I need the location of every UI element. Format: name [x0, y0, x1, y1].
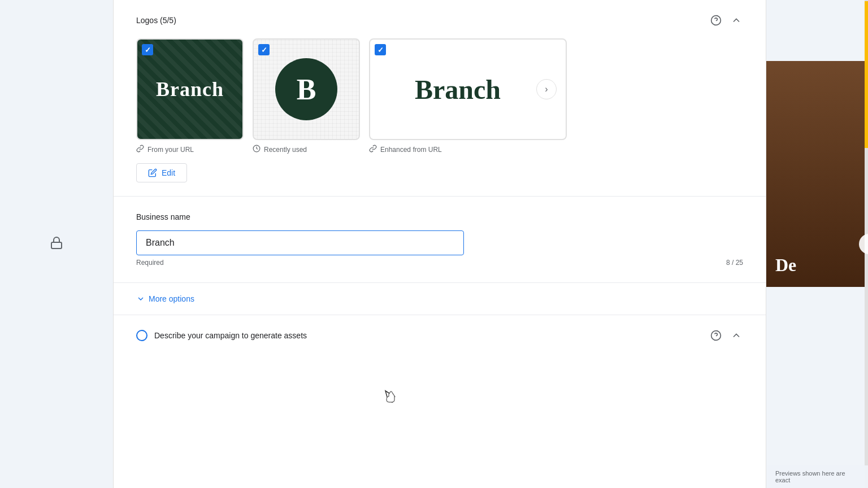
logo-2-clock-icon	[253, 145, 261, 154]
logo-card-1-container: Branch From your URL	[136, 38, 244, 154]
logo-1-url-icon	[136, 145, 144, 154]
main-content: Logos (5/5)	[113, 0, 766, 488]
logo-2-letter: B	[297, 73, 316, 106]
logo-3-url-icon	[369, 145, 377, 154]
describe-title: Describe your campaign to generate asset…	[154, 331, 307, 340]
describe-icons	[709, 329, 743, 342]
logos-collapse-button[interactable]	[730, 14, 743, 27]
logo-1-checkbox	[142, 44, 153, 55]
preview-scrollbar-thumb	[865, 1, 868, 147]
more-options-button[interactable]: More options	[136, 294, 194, 303]
logo-1-label-text: From your URL	[147, 146, 194, 154]
right-preview-panel: › De Previews shown here are exact	[766, 0, 868, 488]
logo-card-3-container: Branch › Enhanced from URL	[369, 38, 567, 154]
edit-button-label: Edit	[162, 168, 175, 177]
sidebar	[0, 0, 113, 488]
business-name-input-wrapper	[136, 230, 464, 255]
describe-help-button[interactable]	[709, 329, 723, 342]
previews-note: Previews shown here are exact	[766, 465, 868, 488]
logo-card-1[interactable]: Branch	[136, 38, 244, 140]
describe-checkbox[interactable]	[136, 330, 147, 341]
input-footer: Required 8 / 25	[136, 259, 743, 267]
logo-3-text: Branch	[379, 74, 536, 105]
logo-3-label: Enhanced from URL	[369, 145, 567, 154]
logo-1-label: From your URL	[136, 145, 244, 154]
logo-card-2-container: B Recently used	[253, 38, 360, 154]
logo-3-next-arrow[interactable]: ›	[536, 79, 557, 99]
logo-cards-container: Branch From your URL	[136, 38, 743, 154]
logo-card-2[interactable]: B	[253, 38, 360, 140]
logos-title: Logos (5/5)	[136, 16, 176, 25]
preview-text: De	[775, 255, 796, 276]
lock-icon	[50, 236, 63, 252]
logo-2-label-text: Recently used	[264, 146, 307, 154]
more-options-label: More options	[149, 294, 194, 303]
business-name-input[interactable]	[136, 230, 464, 255]
logo-2-circle: B	[275, 58, 337, 120]
previews-note-text: Previews shown here are exact	[775, 470, 845, 483]
describe-section: Describe your campaign to generate asset…	[114, 315, 766, 356]
logos-section-header: Logos (5/5)	[136, 14, 743, 27]
logos-section-icons	[709, 14, 743, 27]
business-name-section: Business name Required 8 / 25	[114, 197, 766, 283]
logo-3-checkbox	[375, 44, 386, 55]
required-label: Required	[136, 259, 164, 267]
edit-button[interactable]: Edit	[136, 163, 187, 182]
svg-rect-0	[51, 242, 62, 249]
more-options-section: More options	[114, 283, 766, 315]
business-name-label: Business name	[136, 212, 743, 221]
preview-card: De	[766, 61, 868, 287]
char-count: 8 / 25	[726, 259, 743, 267]
logo-card-3[interactable]: Branch ›	[369, 38, 567, 140]
logo-2-label: Recently used	[253, 145, 360, 154]
describe-collapse-button[interactable]	[730, 329, 743, 342]
logos-section: Logos (5/5)	[114, 0, 766, 197]
logo-3-label-text: Enhanced from URL	[380, 146, 442, 154]
logos-help-button[interactable]	[709, 14, 723, 27]
describe-section-header: Describe your campaign to generate asset…	[136, 329, 743, 342]
logo-2-checkbox	[258, 44, 270, 55]
logo-1-text: Branch	[156, 77, 224, 101]
describe-left: Describe your campaign to generate asset…	[136, 330, 307, 341]
